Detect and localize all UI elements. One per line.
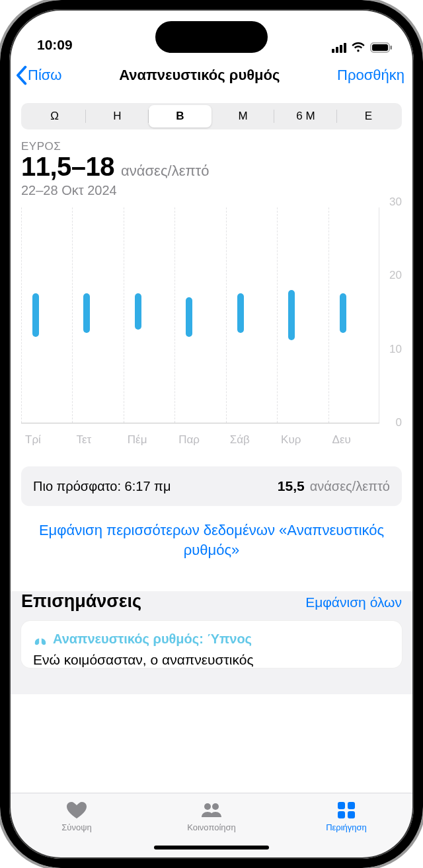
back-button[interactable]: Πίσω xyxy=(15,65,62,85)
segment-Μ[interactable]: Μ xyxy=(212,105,274,127)
grid-icon xyxy=(334,800,358,820)
y-tick: 0 xyxy=(396,416,402,429)
y-tick: 30 xyxy=(389,196,402,209)
chart-column xyxy=(124,207,174,423)
chart-bar xyxy=(340,293,346,333)
add-button[interactable]: Προσθήκη xyxy=(337,67,404,84)
status-icons xyxy=(332,42,393,53)
segment-Ε[interactable]: Ε xyxy=(337,105,400,127)
chart-bar xyxy=(135,293,141,329)
chart-bar xyxy=(186,297,192,337)
x-tick: Δευ xyxy=(328,428,379,453)
chart-bar xyxy=(237,293,244,333)
highlight-card-title: Αναπνευστικός ρυθμός: Ύπνος xyxy=(53,632,252,647)
svg-rect-8 xyxy=(348,811,355,818)
y-tick: 10 xyxy=(389,343,402,356)
segment-Β[interactable]: Β xyxy=(149,105,212,127)
tab-label: Σύνοψη xyxy=(61,822,91,832)
range-value: 11,5–18 xyxy=(21,152,114,182)
x-tick: Πέμ xyxy=(124,428,174,453)
tab-browse[interactable]: Περιήγηση xyxy=(279,800,414,832)
people-icon xyxy=(200,800,223,820)
chart-column xyxy=(277,207,328,423)
x-tick: Τετ xyxy=(72,428,123,453)
svg-rect-1 xyxy=(372,44,388,51)
tab-sharing[interactable]: Κοινοποίηση xyxy=(144,800,279,832)
wifi-icon xyxy=(351,42,365,53)
back-label: Πίσω xyxy=(28,67,62,84)
latest-label: Πιο πρόσφατο: 6:17 πμ xyxy=(33,479,171,494)
chart-bar xyxy=(288,290,295,340)
status-time: 10:09 xyxy=(37,37,73,53)
show-more-data-link[interactable]: Εμφάνιση περισσότερων δεδομένων «Αναπνευ… xyxy=(21,521,402,560)
svg-rect-7 xyxy=(338,811,345,818)
tab-label: Περιήγηση xyxy=(326,822,367,832)
x-tick: Σάβ xyxy=(226,428,277,453)
chevron-left-icon xyxy=(15,65,28,85)
latest-value: 15,5 xyxy=(278,478,305,494)
range-label: ΕΥΡΟΣ xyxy=(21,140,402,153)
svg-rect-6 xyxy=(348,802,355,809)
y-tick: 20 xyxy=(389,269,402,282)
highlight-card[interactable]: Αναπνευστικός ρυθμός: Ύπνος Ενώ κοιμόσασ… xyxy=(21,621,402,668)
chart[interactable]: 0102030 ΤρίΤετΠέμΠαρΣάβΚυρΔευ xyxy=(21,202,402,453)
highlights-title: Επισημάνσεις xyxy=(21,591,141,612)
x-tick: Κυρ xyxy=(277,428,328,453)
x-tick: Τρί xyxy=(21,428,72,453)
range-unit: ανάσες/λεπτό xyxy=(121,163,209,180)
latest-reading-card[interactable]: Πιο πρόσφατο: 6:17 πμ 15,5 ανάσες/λεπτό xyxy=(21,466,402,506)
chart-column xyxy=(72,207,123,423)
segment-Ω[interactable]: Ω xyxy=(23,105,86,127)
battery-icon xyxy=(370,42,393,53)
x-tick: Παρ xyxy=(174,428,225,453)
svg-point-4 xyxy=(212,803,219,810)
home-indicator[interactable] xyxy=(154,846,269,850)
segment-Η[interactable]: Η xyxy=(86,105,149,127)
range-summary: ΕΥΡΟΣ 11,5–18 ανάσες/λεπτό 22–28 Οκτ 202… xyxy=(21,140,402,198)
show-all-link[interactable]: Εμφάνιση όλων xyxy=(305,595,402,610)
svg-rect-2 xyxy=(391,46,393,50)
chart-column xyxy=(328,207,379,423)
chart-column xyxy=(21,207,72,423)
chart-column xyxy=(226,207,277,423)
segment-6 Μ[interactable]: 6 Μ xyxy=(274,105,337,127)
tab-label: Κοινοποίηση xyxy=(187,822,236,832)
highlight-card-body: Ενώ κοιμόσασταν, ο αναπνευστικός xyxy=(33,652,390,668)
svg-point-3 xyxy=(204,803,211,810)
svg-rect-5 xyxy=(338,802,345,809)
time-range-segmented[interactable]: ΩΗΒΜ6 ΜΕ xyxy=(21,103,402,129)
cellular-icon xyxy=(332,43,346,53)
chart-bar xyxy=(32,293,39,336)
range-date: 22–28 Οκτ 2024 xyxy=(21,183,402,198)
page-title: Αναπνευστικός ρυθμός xyxy=(119,67,280,84)
chart-column xyxy=(174,207,225,423)
nav-bar: Πίσω Αναπνευστικός ρυθμός Προσθήκη xyxy=(9,57,414,94)
chart-bar xyxy=(83,293,90,333)
heart-icon xyxy=(65,800,89,820)
lungs-icon xyxy=(33,633,48,646)
tab-summary[interactable]: Σύνοψη xyxy=(9,800,144,832)
latest-unit: ανάσες/λεπτό xyxy=(310,479,390,494)
